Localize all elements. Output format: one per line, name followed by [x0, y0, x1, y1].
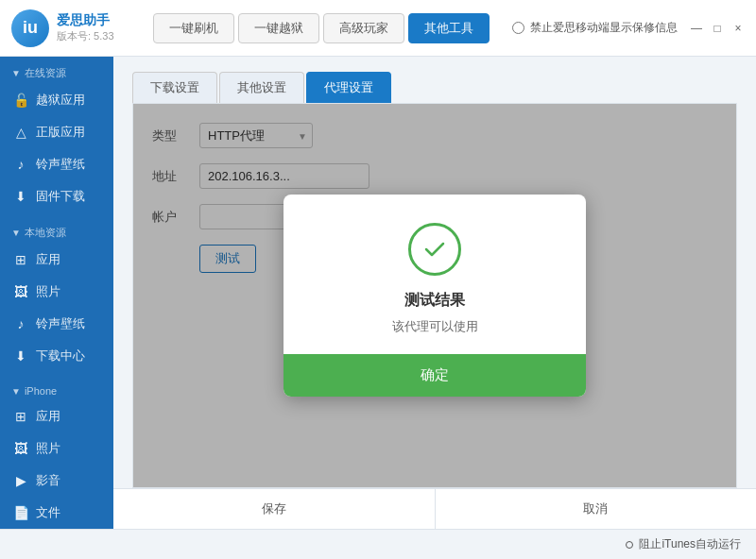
sidebar-label-files: 文件: [36, 504, 60, 521]
sidebar-label-jailbreak: 越狱应用: [36, 92, 85, 109]
tab-proxy-settings[interactable]: 代理设置: [306, 72, 391, 103]
dialog-footer: 确定: [284, 354, 586, 397]
nav-btn-jailbreak[interactable]: 一键越狱: [238, 13, 319, 43]
content-panel: 下载设置 其他设置 代理设置 类型 HTTP代理 ▼ 地址: [113, 57, 756, 529]
privacy-radio[interactable]: [512, 22, 524, 34]
sidebar-item-photos[interactable]: 🖼 照片: [0, 276, 113, 308]
sidebar-item-ringtones[interactable]: ♪ 铃声壁纸: [0, 148, 113, 180]
settings-area: 类型 HTTP代理 ▼ 地址 帐户: [132, 103, 737, 488]
nav-btn-tools[interactable]: 其他工具: [408, 13, 490, 43]
sidebar-item-local-apps[interactable]: ⊞ 应用: [0, 244, 113, 276]
jailbreak-icon: 🔓: [13, 93, 28, 108]
official-apps-icon: △: [13, 125, 28, 140]
online-section-arrow: ▼: [11, 68, 21, 78]
privacy-check: 禁止爱思移动端显示保修信息: [512, 20, 678, 36]
nav-btn-advanced[interactable]: 高级玩家: [323, 13, 404, 43]
sidebar-item-downloads[interactable]: ⬇ 下载中心: [0, 340, 113, 372]
sidebar-label-iphone-photos: 照片: [36, 440, 60, 457]
sidebar-label-official: 正版应用: [36, 124, 85, 141]
sidebar-label-local-ringtones: 铃声壁纸: [36, 315, 85, 332]
dialog-overlay: 测试结果 该代理可以使用 确定: [133, 104, 736, 487]
window-controls: — □ ×: [690, 22, 745, 35]
logo-area: iu 爱思助手 版本号: 5.33: [11, 9, 134, 47]
iphone-label: iPhone: [25, 385, 57, 397]
privacy-label: 禁止爱思移动端显示保修信息: [530, 20, 678, 36]
tab-bar: 下载设置 其他设置 代理设置: [113, 57, 756, 103]
success-icon: [408, 223, 461, 276]
close-button[interactable]: ×: [731, 22, 745, 35]
sidebar-item-media[interactable]: ▶ 影音: [0, 465, 113, 497]
sidebar-label-firmware: 固件下载: [36, 188, 85, 205]
save-button[interactable]: 保存: [113, 489, 435, 529]
dialog-confirm-button[interactable]: 确定: [284, 354, 586, 397]
app-logo: iu: [11, 9, 49, 47]
sidebar-item-jailbreak-apps[interactable]: 🔓 越狱应用: [0, 84, 113, 116]
app-info: 爱思助手 版本号: 5.33: [57, 12, 114, 43]
itunes-status-dot: [626, 541, 633, 549]
iphone-apps-icon: ⊞: [13, 409, 28, 424]
ringtone-icon: ♪: [13, 157, 28, 172]
sidebar-item-official-apps[interactable]: △ 正版应用: [0, 116, 113, 148]
local-apps-icon: ⊞: [13, 252, 28, 267]
status-bar: 阻止iTunes自动运行: [0, 529, 756, 559]
sidebar-label-ringtones: 铃声壁纸: [36, 156, 85, 173]
main-area: ▼ 在线资源 🔓 越狱应用 △ 正版应用 ♪ 铃声壁纸 ⬇ 固件下载 ▼ 本地资: [0, 57, 756, 529]
tab-download-settings[interactable]: 下载设置: [132, 72, 217, 103]
checkmark-svg: [421, 236, 448, 263]
restore-button[interactable]: □: [711, 22, 724, 35]
sidebar-item-local-ringtones[interactable]: ♪ 铃声壁纸: [0, 308, 113, 340]
local-section-arrow: ▼: [11, 228, 21, 238]
itunes-status-label: 阻止iTunes自动运行: [639, 536, 741, 552]
sidebar-item-firmware[interactable]: ⬇ 固件下载: [0, 180, 113, 212]
local-ringtone-icon: ♪: [13, 316, 28, 331]
photos-icon: 🖼: [13, 284, 28, 299]
sidebar-label-local-apps: 应用: [36, 251, 60, 268]
downloads-icon: ⬇: [13, 348, 28, 364]
sidebar-label-media: 影音: [36, 472, 60, 489]
dialog-body: 测试结果 该代理可以使用: [284, 195, 586, 354]
top-nav: 一键刷机 一键越狱 高级玩家 其他工具 禁止爱思移动端显示保修信息: [134, 13, 690, 43]
iphone-section-arrow: ▼: [11, 386, 21, 397]
files-icon: 📄: [13, 505, 28, 520]
sidebar-item-iphone-apps[interactable]: ⊞ 应用: [0, 400, 113, 432]
sidebar-label-downloads: 下载中心: [36, 347, 85, 364]
cancel-button[interactable]: 取消: [435, 489, 757, 529]
online-resources-label: 在线资源: [25, 66, 66, 80]
app-version: 版本号: 5.33: [57, 29, 114, 43]
iphone-photos-icon: 🖼: [13, 441, 28, 456]
firmware-icon: ⬇: [13, 189, 28, 204]
sidebar-item-files[interactable]: 📄 文件: [0, 497, 113, 529]
result-dialog: 测试结果 该代理可以使用 确定: [284, 195, 586, 397]
sidebar-label-iphone-apps: 应用: [36, 408, 60, 425]
minimize-button[interactable]: —: [690, 22, 703, 35]
nav-btn-flash[interactable]: 一键刷机: [153, 13, 234, 43]
media-icon: ▶: [13, 473, 28, 488]
sidebar-label-photos: 照片: [36, 283, 60, 300]
dialog-title: 测试结果: [306, 291, 563, 311]
dialog-message: 该代理可以使用: [306, 318, 563, 335]
title-bar: iu 爱思助手 版本号: 5.33 一键刷机 一键越狱 高级玩家 其他工具 禁止…: [0, 0, 756, 57]
local-resources-label: 本地资源: [25, 226, 66, 240]
bottom-bar: 保存 取消: [113, 488, 756, 529]
sidebar: ▼ 在线资源 🔓 越狱应用 △ 正版应用 ♪ 铃声壁纸 ⬇ 固件下载 ▼ 本地资: [0, 57, 113, 529]
sidebar-item-iphone-photos[interactable]: 🖼 照片: [0, 432, 113, 465]
app-name: 爱思助手: [57, 12, 114, 29]
tab-other-settings[interactable]: 其他设置: [219, 72, 304, 103]
